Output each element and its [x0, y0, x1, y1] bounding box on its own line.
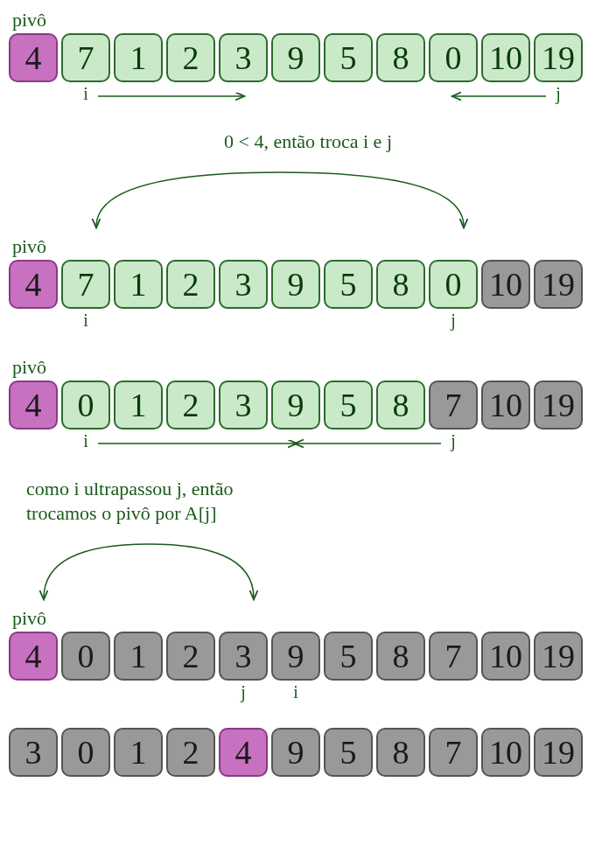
- array-cell: 3: [219, 260, 268, 309]
- pointer-cell: [9, 431, 58, 450]
- pointer-cell: [271, 311, 320, 330]
- array-cell: 7: [61, 260, 110, 309]
- array-cell: 9: [271, 728, 320, 777]
- array-cell: 4: [9, 33, 58, 82]
- pivot-label: pivô: [9, 9, 607, 31]
- pointer-cell: [429, 682, 478, 702]
- array-cell: 19: [534, 381, 583, 429]
- array-cell: 4: [9, 632, 58, 681]
- pointer-cell: [114, 84, 163, 103]
- pointer-cell: [166, 682, 215, 702]
- pointer-row: ji: [9, 682, 607, 702]
- array-cell: 9: [271, 381, 320, 429]
- pointer-row: ij: [9, 311, 607, 330]
- pointer-cell: [166, 84, 215, 103]
- array-cell: 1: [114, 260, 163, 309]
- array-cell: 0: [61, 632, 110, 681]
- pointer-cell: [166, 431, 215, 450]
- pointer-cell: i: [61, 84, 110, 103]
- array-cell: 2: [166, 728, 215, 777]
- array-cell: 4: [9, 381, 58, 429]
- pointer-cell: [481, 431, 530, 450]
- array-cell: 8: [376, 728, 425, 777]
- array-cell: 3: [219, 632, 268, 681]
- array-row: 4712395801019: [9, 260, 607, 309]
- array-cell: 5: [324, 33, 373, 82]
- array-row: 3012495871019: [9, 728, 607, 777]
- array-cell: 5: [324, 632, 373, 681]
- array-cell: 5: [324, 260, 373, 309]
- pivot-label: pivô: [9, 235, 607, 258]
- array-cell: 19: [534, 260, 583, 309]
- array-cell: 7: [429, 381, 478, 429]
- array-cell: 19: [534, 632, 583, 681]
- step-note: 0 < 4, então troca i e j: [9, 129, 607, 155]
- step-4: 3012495871019: [9, 728, 607, 777]
- diagram-container: pivô4712395801019ij 0 < 4, então troca i…: [9, 9, 607, 777]
- pointer-row: ij: [9, 431, 607, 450]
- pointer-cell: [9, 84, 58, 103]
- array-cell: 0: [429, 33, 478, 82]
- array-cell: 5: [324, 728, 373, 777]
- pointer-cell: i: [271, 682, 320, 702]
- array-cell: 7: [61, 33, 110, 82]
- array-cell: 2: [166, 381, 215, 429]
- array-cell: 1: [114, 728, 163, 777]
- pointer-cell: [324, 84, 373, 103]
- pointer-cell: i: [61, 311, 110, 330]
- pointer-cell: [61, 682, 110, 702]
- array-cell: 1: [114, 33, 163, 82]
- array-cell: 2: [166, 632, 215, 681]
- step-note: como i ultrapassou j, entãotrocamos o pi…: [9, 477, 607, 527]
- pivot-label: pivô: [9, 607, 607, 630]
- array-cell: 4: [9, 260, 58, 309]
- array-cell: 2: [166, 260, 215, 309]
- swap-curve: [19, 532, 597, 602]
- pointer-cell: [534, 311, 583, 330]
- array-cell: 10: [481, 33, 530, 82]
- pointer-cell: [219, 84, 268, 103]
- pointer-cell: [166, 311, 215, 330]
- pointer-cell: [324, 431, 373, 450]
- array-cell: 9: [271, 260, 320, 309]
- array-cell: 0: [61, 381, 110, 429]
- array-cell: 10: [481, 728, 530, 777]
- pointer-cell: [114, 682, 163, 702]
- pointer-cell: [324, 682, 373, 702]
- pointer-cell: [9, 682, 58, 702]
- pointer-cell: i: [61, 431, 110, 450]
- pointer-cell: [324, 311, 373, 330]
- pointer-cell: [219, 431, 268, 450]
- array-cell: 10: [481, 381, 530, 429]
- array-cell: 10: [481, 632, 530, 681]
- pointer-cell: [376, 682, 425, 702]
- array-cell: 2: [166, 33, 215, 82]
- array-cell: 19: [534, 33, 583, 82]
- array-cell: 0: [61, 728, 110, 777]
- pointer-cell: [429, 84, 478, 103]
- pointer-cell: [9, 311, 58, 330]
- pointer-cell: j: [534, 84, 583, 103]
- pointer-cell: [271, 84, 320, 103]
- array-cell: 1: [114, 632, 163, 681]
- pointer-row: ij: [9, 84, 607, 103]
- pointer-cell: [271, 431, 320, 450]
- pointer-cell: [481, 84, 530, 103]
- array-cell: 1: [114, 381, 163, 429]
- array-cell: 8: [376, 632, 425, 681]
- step-0: pivô4712395801019ij: [9, 9, 607, 103]
- pointer-cell: [481, 311, 530, 330]
- array-cell: 3: [219, 381, 268, 429]
- array-row: 4712395801019: [9, 33, 607, 82]
- array-cell: 19: [534, 728, 583, 777]
- pointer-cell: [219, 311, 268, 330]
- array-cell: 8: [376, 260, 425, 309]
- pointer-cell: [481, 682, 530, 702]
- pointer-cell: j: [429, 311, 478, 330]
- pointer-cell: [534, 431, 583, 450]
- swap-curve: [19, 160, 597, 230]
- array-cell: 10: [481, 260, 530, 309]
- array-cell: 7: [429, 632, 478, 681]
- step-2: pivô4012395871019ij: [9, 356, 607, 450]
- pointer-cell: j: [429, 431, 478, 450]
